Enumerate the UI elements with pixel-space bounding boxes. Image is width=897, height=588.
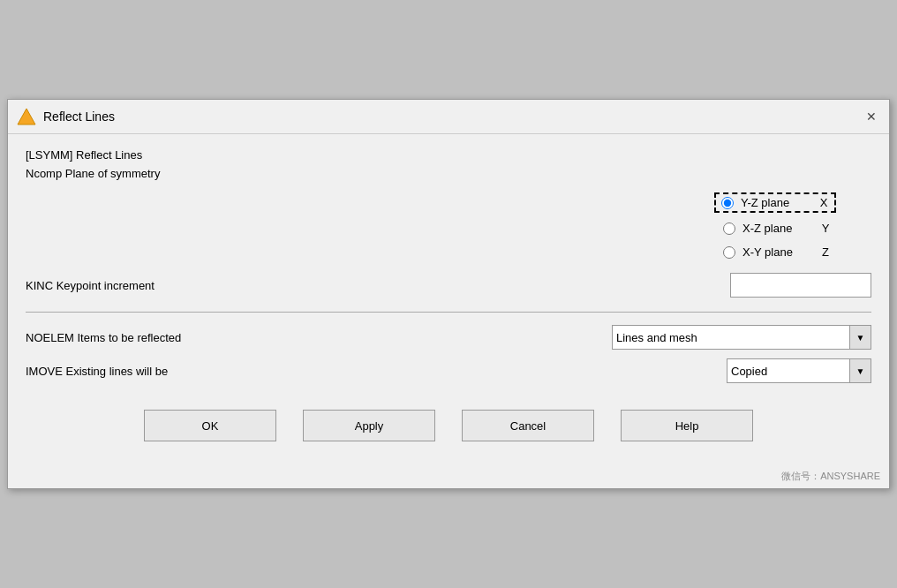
- ansys-logo-icon: [17, 107, 36, 126]
- radio-yz[interactable]: [721, 197, 734, 209]
- title-bar: Reflect Lines ✕: [8, 100, 889, 134]
- radio-xy-label: X-Y plane: [742, 245, 813, 259]
- noelem-dropdown-arrow-icon[interactable]: ▼: [850, 325, 871, 350]
- imove-row: IMOVE Existing lines will be Copied Move…: [26, 358, 871, 383]
- ok-button[interactable]: OK: [144, 410, 276, 441]
- cancel-button[interactable]: Cancel: [462, 410, 594, 441]
- radio-yz-label: Y-Z plane: [741, 196, 811, 209]
- radio-label-box-yz: Y-Z plane X: [714, 192, 836, 213]
- imove-dropdown-wrapper: Copied Moved ▼: [727, 358, 871, 383]
- svg-marker-0: [18, 109, 35, 124]
- watermark: 微信号：ANSYSHARE: [8, 470, 889, 488]
- ncomp-label: Ncomp Plane of symmetry: [26, 167, 871, 180]
- radio-xz[interactable]: [723, 222, 735, 235]
- kinc-row: KINC Keypoint increment: [26, 273, 871, 298]
- radio-item-xy: X-Y plane Z: [718, 244, 836, 260]
- dialog-window: Reflect Lines ✕ [LSYMM] Reflect Lines Nc…: [7, 99, 890, 489]
- noelem-label: NOELEM Items to be reflected: [26, 331, 181, 344]
- radio-item-yz: Y-Z plane X: [714, 192, 836, 213]
- imove-select[interactable]: Copied Moved: [727, 358, 850, 383]
- kinc-input[interactable]: [730, 273, 871, 298]
- lsymm-label: [LSYMM] Reflect Lines: [26, 148, 871, 162]
- noelem-row: NOELEM Items to be reflected Lines and m…: [26, 325, 871, 350]
- radio-label-box-xz: X-Z plane Y: [718, 220, 836, 237]
- section-bottom: NOELEM Items to be reflected Lines and m…: [26, 313, 871, 456]
- radio-group: Y-Z plane X X-Z plane Y X-: [26, 192, 871, 260]
- kinc-label: KINC Keypoint increment: [26, 279, 155, 292]
- dialog-title: Reflect Lines: [43, 109, 115, 124]
- help-button[interactable]: Help: [621, 410, 753, 441]
- noelem-dropdown-wrapper: Lines and mesh Lines only Mesh only ▼: [612, 325, 871, 350]
- button-row: OK Apply Cancel Help: [26, 401, 871, 456]
- radio-yz-axis: X: [818, 196, 829, 209]
- radio-xz-axis: Y: [820, 222, 831, 235]
- section-top: [LSYMM] Reflect Lines Ncomp Plane of sym…: [26, 148, 871, 313]
- noelem-select[interactable]: Lines and mesh Lines only Mesh only: [612, 325, 850, 350]
- radio-label-box-xy: X-Y plane Z: [718, 244, 836, 260]
- radio-xz-label: X-Z plane: [742, 222, 813, 235]
- dialog-body: [LSYMM] Reflect Lines Ncomp Plane of sym…: [8, 134, 889, 470]
- radio-xy[interactable]: [723, 246, 735, 259]
- imove-label: IMOVE Existing lines will be: [26, 365, 168, 378]
- radio-xy-axis: Z: [820, 245, 831, 259]
- radio-item-xz: X-Z plane Y: [718, 220, 836, 237]
- close-button[interactable]: ✕: [863, 108, 880, 125]
- imove-dropdown-arrow-icon[interactable]: ▼: [850, 358, 871, 383]
- apply-button[interactable]: Apply: [303, 410, 435, 441]
- title-bar-left: Reflect Lines: [17, 107, 115, 126]
